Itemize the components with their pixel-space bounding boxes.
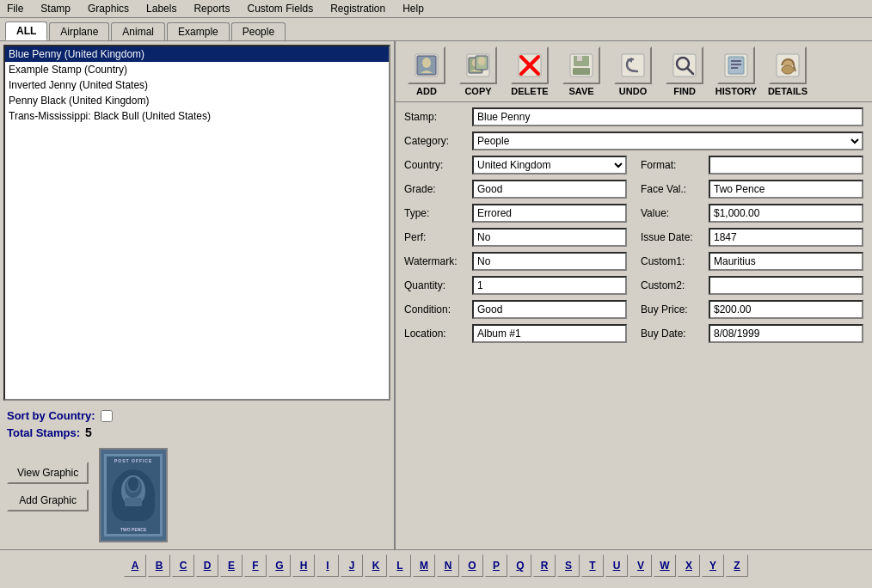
type-input[interactable] — [472, 204, 627, 223]
stamp-top-text: POST OFFICE — [114, 458, 152, 463]
alpha-btn-n[interactable]: N — [437, 554, 459, 577]
alpha-btn-c[interactable]: C — [172, 554, 194, 577]
list-item[interactable]: Blue Penny (United Kingdom) — [5, 46, 389, 62]
list-item[interactable]: Penny Black (United Kingdom) — [5, 93, 389, 108]
details-icon[interactable] — [769, 46, 807, 84]
find-button[interactable]: FIND — [660, 46, 709, 96]
menu-labels[interactable]: Labels — [143, 2, 180, 15]
country-select[interactable]: United Kingdom — [472, 156, 627, 175]
country-row: Country: United Kingdom — [404, 156, 627, 175]
undo-label: UNDO — [619, 86, 647, 96]
history-button[interactable]: HISTORY — [712, 46, 760, 96]
face-val-input[interactable] — [709, 180, 863, 199]
alpha-btn-y[interactable]: Y — [702, 554, 724, 577]
add-button[interactable]: ADD — [402, 46, 451, 96]
add-graphic-button[interactable]: Add Graphic — [7, 489, 89, 511]
format-input[interactable] — [709, 156, 863, 175]
custom1-input[interactable] — [709, 252, 863, 271]
save-button[interactable]: SAVE — [557, 46, 605, 96]
alpha-btn-s[interactable]: S — [557, 554, 580, 577]
alpha-btn-w[interactable]: W — [654, 554, 676, 577]
custom1-label: Custom1: — [641, 255, 705, 267]
menu-file[interactable]: File — [3, 2, 27, 15]
alpha-btn-d[interactable]: D — [196, 554, 218, 577]
add-icon[interactable] — [408, 46, 445, 84]
alpha-btn-g[interactable]: G — [268, 554, 291, 577]
location-label: Location: — [404, 328, 469, 340]
view-graphic-button[interactable]: View Graphic — [7, 462, 89, 484]
delete-button[interactable]: DELETE — [506, 46, 554, 96]
menu-reports[interactable]: Reports — [190, 2, 233, 15]
buy-date-input[interactable] — [709, 324, 863, 343]
tab-people[interactable]: People — [231, 22, 286, 40]
stamp-bottom-text: TWO PENCE — [120, 527, 146, 532]
quantity-input[interactable] — [472, 276, 627, 295]
custom2-input[interactable] — [709, 276, 863, 295]
value-label: Value: — [641, 207, 705, 219]
menu-registration[interactable]: Registration — [327, 2, 389, 15]
alpha-btn-v[interactable]: V — [629, 554, 652, 577]
issue-date-input[interactable] — [709, 228, 863, 247]
tab-airplane[interactable]: Airplane — [49, 22, 109, 40]
alpha-btn-t[interactable]: T — [581, 554, 604, 577]
alpha-btn-o[interactable]: O — [461, 554, 483, 577]
copy-button[interactable]: COPY — [454, 46, 502, 96]
sort-by-country-checkbox[interactable] — [101, 410, 113, 422]
type-label: Type: — [404, 207, 469, 219]
alpha-btn-p[interactable]: P — [485, 554, 507, 577]
tab-animal[interactable]: Animal — [111, 22, 165, 40]
svg-point-31 — [782, 65, 794, 74]
stamp-input[interactable] — [472, 107, 863, 126]
tab-example[interactable]: Example — [167, 22, 230, 40]
svg-rect-20 — [622, 54, 644, 77]
alpha-btn-r[interactable]: R — [533, 554, 556, 577]
details-label: DETAILS — [768, 86, 808, 96]
stamp-list[interactable]: Blue Penny (United Kingdom) Example Stam… — [3, 45, 390, 401]
alpha-btn-q[interactable]: Q — [509, 554, 531, 577]
face-val-label: Face Val.: — [641, 183, 705, 195]
toolbar: ADD COPY — [396, 41, 872, 102]
alpha-btn-h[interactable]: H — [292, 554, 315, 577]
tab-all[interactable]: ALL — [5, 21, 47, 40]
menu-custom-fields[interactable]: Custom Fields — [243, 2, 316, 15]
value-input[interactable] — [709, 204, 863, 223]
buy-price-input[interactable] — [709, 300, 863, 319]
watermark-input[interactable] — [472, 252, 627, 271]
location-input[interactable] — [472, 324, 627, 343]
alpha-btn-k[interactable]: K — [365, 554, 387, 577]
value-row: Value: — [641, 204, 863, 223]
undo-button[interactable]: UNDO — [609, 46, 657, 96]
history-icon[interactable] — [717, 46, 755, 84]
copy-icon[interactable] — [459, 46, 497, 84]
details-button[interactable]: DETAILS — [764, 46, 812, 96]
find-icon[interactable] — [666, 46, 703, 84]
alpha-btn-i[interactable]: I — [316, 554, 339, 577]
perf-input[interactable] — [472, 228, 627, 247]
custom1-row: Custom1: — [641, 252, 863, 271]
right-panel: ADD COPY — [396, 41, 872, 549]
list-item[interactable]: Trans-Mississippi: Black Bull (United St… — [5, 108, 389, 124]
alpha-btn-b[interactable]: B — [148, 554, 170, 577]
alpha-btn-x[interactable]: X — [678, 554, 700, 577]
delete-icon[interactable] — [511, 46, 549, 84]
category-select[interactable]: People — [472, 132, 863, 150]
alpha-btn-z[interactable]: Z — [726, 554, 748, 577]
alpha-btn-a[interactable]: A — [124, 554, 146, 577]
grade-input[interactable] — [472, 180, 627, 199]
alpha-btn-f[interactable]: F — [244, 554, 267, 577]
form-left-col: Country: United Kingdom Grade: Type: — [404, 156, 627, 348]
list-item[interactable]: Inverted Jenny (United States) — [5, 77, 389, 93]
issue-date-row: Issue Date: — [641, 228, 863, 247]
list-item[interactable]: Example Stamp (Country) — [5, 62, 389, 77]
menu-stamp[interactable]: Stamp — [37, 2, 74, 15]
menu-graphics[interactable]: Graphics — [84, 2, 132, 15]
menu-help[interactable]: Help — [399, 2, 427, 15]
alpha-btn-m[interactable]: M — [413, 554, 435, 577]
alpha-btn-j[interactable]: J — [341, 554, 363, 577]
alpha-btn-u[interactable]: U — [605, 554, 628, 577]
undo-icon[interactable] — [614, 46, 652, 84]
save-icon[interactable] — [562, 46, 600, 84]
condition-input[interactable] — [472, 300, 627, 319]
alpha-btn-e[interactable]: E — [220, 554, 243, 577]
alpha-btn-l[interactable]: L — [389, 554, 411, 577]
